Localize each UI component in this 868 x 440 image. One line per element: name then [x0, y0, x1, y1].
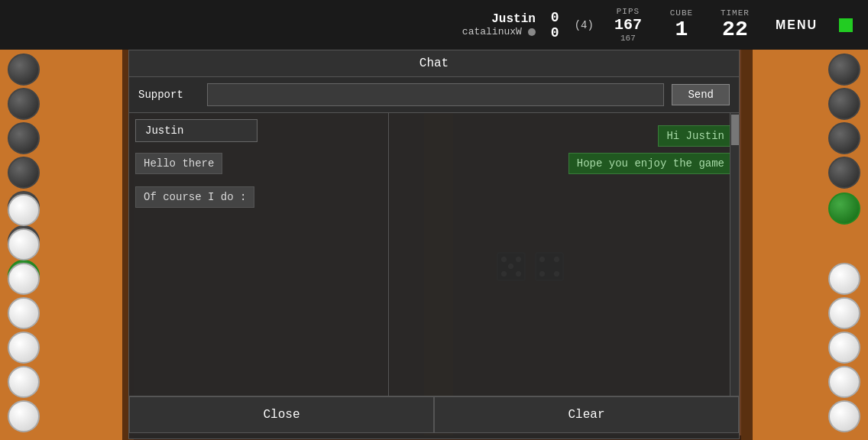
piece-white — [8, 366, 40, 398]
piece-dark — [8, 53, 40, 86]
piece-white-rb — [828, 366, 860, 398]
piece-white — [8, 332, 40, 364]
piece-dark — [8, 122, 40, 154]
piece-white — [8, 228, 40, 260]
piece-white-rb — [828, 332, 860, 364]
score-val1: 0 — [551, 10, 559, 25]
player2-row: catalinuxW — [462, 26, 536, 37]
chat-scrollbar-thumb — [731, 115, 739, 145]
timer-label: TIMER — [721, 8, 750, 18]
chat-dialog: Chat Support Send Justin Hello there Of … — [128, 50, 740, 439]
header: Justin catalinuxW 0 0 (4) PIPS 167 167 C… — [0, 0, 868, 50]
piece-dark-r — [828, 157, 860, 189]
timer-val: 22 — [722, 18, 748, 41]
green-indicator — [839, 18, 853, 32]
chat-scrollbar[interactable] — [730, 113, 739, 396]
chat-input[interactable] — [207, 83, 664, 106]
score-block: 0 0 — [551, 10, 559, 40]
pips-label: PIPS — [617, 7, 640, 16]
chat-msg-1: Hello there — [135, 150, 382, 177]
player1-name: Justin — [491, 12, 536, 26]
piece-white — [8, 400, 40, 432]
chat-user-button[interactable]: Justin — [135, 119, 257, 142]
chat-title: Chat — [129, 50, 739, 77]
send-button[interactable]: Send — [672, 84, 730, 105]
timer-block: TIMER 22 — [716, 8, 754, 41]
piece-white-rb — [828, 297, 860, 329]
header-info: Justin catalinuxW 0 0 (4) PIPS 167 167 C… — [462, 7, 853, 43]
pips-val2: 167 — [620, 34, 636, 43]
piece-dark — [8, 88, 40, 120]
close-button[interactable]: Close — [129, 396, 434, 433]
piece-dark-r — [828, 53, 860, 86]
piece-white — [8, 194, 40, 226]
clear-button[interactable]: Clear — [434, 396, 739, 433]
pips-block: PIPS 167 167 — [609, 7, 647, 43]
match-block: (4) — [575, 19, 594, 31]
piece-dark-r — [828, 88, 860, 120]
piece-white-rb — [828, 263, 860, 295]
chat-footer: Close Clear — [129, 396, 739, 433]
cube-label: CUBE — [670, 8, 693, 18]
chat-msg-text-4: Hope you enjoy the game — [568, 153, 733, 174]
match-val: (4) — [575, 19, 594, 31]
chat-msg-text-2: Hi Justin — [658, 125, 733, 147]
chat-right-panel: Hi Justin Hope you enjoy the game — [389, 113, 739, 396]
pips-val1: 167 — [614, 16, 642, 34]
pieces-right-top — [828, 53, 860, 225]
cube-val: 1 — [675, 18, 688, 41]
cube-block: CUBE 1 — [662, 8, 701, 41]
support-label: Support — [138, 89, 199, 101]
menu-button[interactable]: MENU — [769, 15, 824, 36]
piece-dark-r — [828, 122, 860, 154]
piece-white — [8, 297, 40, 329]
piece-white — [8, 263, 40, 295]
chat-left-panel: Justin Hello there Of course I do : — [129, 113, 389, 396]
chat-msg-text-1: Hello there — [135, 153, 222, 174]
chat-body: Justin Hello there Of course I do : Hi J… — [129, 113, 739, 396]
piece-dark — [8, 157, 40, 189]
player2-name: catalinuxW — [462, 26, 522, 37]
piece-white-rb — [828, 400, 860, 432]
chat-msg-text-3: Of course I do : — [135, 186, 254, 208]
pieces-left-bottom — [8, 194, 40, 432]
piece-green-r — [828, 192, 860, 225]
chat-msg-3: Of course I do : — [135, 183, 382, 211]
pieces-right-bottom — [828, 263, 860, 432]
score-val2: 0 — [551, 25, 559, 40]
player-info: Justin catalinuxW — [462, 12, 536, 37]
indicator-dot — [528, 28, 536, 36]
chat-toolbar: Support Send — [129, 77, 739, 113]
